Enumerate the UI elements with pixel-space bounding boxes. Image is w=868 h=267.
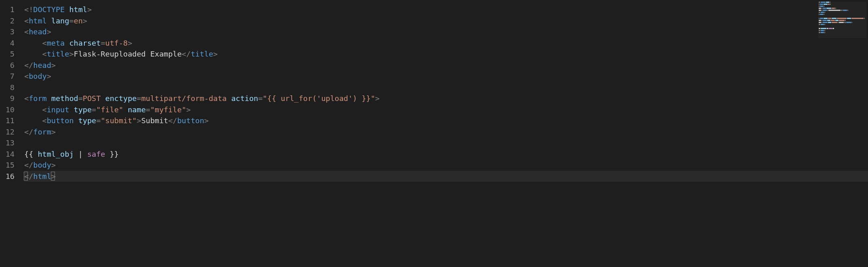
line-number: 12 [0, 126, 15, 138]
line-number: 15 [0, 160, 15, 171]
line-number: 10 [0, 104, 15, 116]
line-number: 14 [0, 149, 15, 160]
line-number: 7 [0, 71, 15, 82]
code-line[interactable]: </body> [24, 160, 868, 171]
line-number: 16 [0, 171, 15, 182]
line-number: 3 [0, 26, 15, 38]
code-line[interactable]: {{ html_obj | safe }} [24, 149, 868, 160]
code-line[interactable]: </form> [24, 126, 868, 138]
code-line[interactable]: <!DOCTYPE html> [24, 4, 868, 15]
code-line[interactable]: <title>Flask-Reuploaded Example</title> [24, 48, 868, 60]
line-number-gutter: 12345678910111213141516 [0, 0, 19, 267]
minimap[interactable] [818, 2, 866, 38]
line-number: 4 [0, 38, 15, 49]
code-line[interactable]: </html> [24, 171, 868, 182]
line-number: 8 [0, 82, 15, 93]
line-number: 13 [0, 137, 15, 149]
line-number: 6 [0, 60, 15, 71]
code-line[interactable]: <input type="file" name="myfile"> [24, 104, 868, 116]
code-line[interactable]: <html lang=en> [24, 15, 868, 27]
code-line[interactable]: </head> [24, 60, 868, 71]
code-line[interactable] [24, 82, 868, 93]
code-area[interactable]: <!DOCTYPE html><html lang=en><head> <met… [19, 0, 868, 267]
code-line[interactable]: <form method=POST enctype=multipart/form… [24, 93, 868, 104]
line-number: 11 [0, 115, 15, 126]
line-number: 1 [0, 4, 15, 15]
code-line[interactable] [24, 137, 868, 149]
code-line[interactable]: <meta charset=utf-8> [24, 38, 868, 49]
code-line[interactable]: <body> [24, 71, 868, 82]
line-number: 5 [0, 48, 15, 60]
code-line[interactable]: <head> [24, 26, 868, 38]
line-number: 2 [0, 15, 15, 27]
line-number: 9 [0, 93, 15, 104]
code-editor[interactable]: 12345678910111213141516 <!DOCTYPE html><… [0, 0, 868, 267]
code-line[interactable]: <button type="submit">Submit</button> [24, 115, 868, 126]
